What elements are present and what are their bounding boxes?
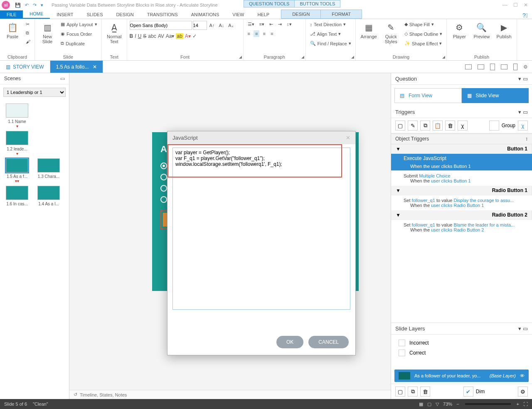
bullets-button[interactable]: ☰▾ xyxy=(246,21,256,28)
case-button[interactable]: Aa▾ xyxy=(166,33,175,39)
shape-effect-button[interactable]: ✨ Shape Effect ▾ xyxy=(403,40,444,47)
italic-button[interactable]: I xyxy=(135,33,136,39)
thumb-label[interactable]: 1.1 Name xyxy=(2,119,32,124)
font-check-button[interactable]: ✓ xyxy=(192,33,197,39)
align-right-button[interactable]: ≡ xyxy=(261,30,267,37)
clear-format-button[interactable]: Aₓ xyxy=(227,21,235,30)
publish-button[interactable]: ▶Publish xyxy=(494,21,514,40)
dialog-titlebar[interactable]: JavaScript ✕ xyxy=(167,131,355,144)
bottom-tray[interactable]: ↺ Timeline, States, Notes xyxy=(69,390,391,399)
undo-icon[interactable]: ↶ xyxy=(25,2,29,8)
cancel-button[interactable]: CANCEL xyxy=(308,336,349,348)
layer-checkbox[interactable] xyxy=(399,350,405,356)
tab-slides[interactable]: SLIDES xyxy=(80,10,109,19)
file-tab[interactable]: FILE xyxy=(0,10,23,19)
text-direction-button[interactable]: ↕ Text Direction ▾ xyxy=(308,21,347,28)
thumb-label[interactable]: 1.6 In cas... xyxy=(2,202,32,206)
normal-text-button[interactable]: A̲Normal Text xyxy=(104,21,124,45)
outdent-button[interactable]: ⇤ xyxy=(268,21,275,28)
edit-trigger-button[interactable]: ✎ xyxy=(408,121,418,131)
slide-view-button[interactable]: ▦ Slide View xyxy=(462,88,529,103)
trigger-group-rb2[interactable]: ▾ Radio Button 2 xyxy=(391,210,532,220)
ok-button[interactable]: OK xyxy=(276,336,303,348)
paste-trigger-button[interactable]: 📋 xyxy=(433,121,443,131)
scenes-panel-menu-icon[interactable]: ▭ xyxy=(60,76,65,81)
apply-layout-button[interactable]: ▦ Apply Layout ▾ xyxy=(59,21,99,28)
radio-icon[interactable] xyxy=(160,174,167,180)
copy-trigger-button[interactable]: ⧉ xyxy=(420,121,430,131)
vars-x-button[interactable]: χ xyxy=(518,121,528,131)
vars-button[interactable]: χ xyxy=(458,121,468,131)
trigger-rb1-detail[interactable]: Set follower_q1 to value Display the cou… xyxy=(391,195,532,210)
duplicate-button[interactable]: ⧉ Duplicate xyxy=(59,40,99,47)
tab-animations[interactable]: ANIMATIONS xyxy=(185,10,226,19)
layer-correct[interactable]: Correct xyxy=(394,348,529,358)
align-left-button[interactable]: ≡ xyxy=(246,30,252,37)
trigger-rb2-detail[interactable]: Set follower_q1 to value Blame the leade… xyxy=(391,220,532,235)
tablet-portrait-icon[interactable] xyxy=(490,64,495,70)
line-spacing-button[interactable]: ↕▾ xyxy=(285,21,293,28)
zoom-slider[interactable] xyxy=(465,403,511,405)
bold-button[interactable]: B xyxy=(130,33,133,39)
javascript-textarea[interactable] xyxy=(172,148,350,310)
radio-icon[interactable] xyxy=(160,196,167,203)
zoom-in-button[interactable]: + xyxy=(517,402,519,407)
quick-styles-button[interactable]: ✎Quick Styles xyxy=(381,21,401,45)
dialog-close-icon[interactable]: ✕ xyxy=(346,135,350,141)
copy-button[interactable]: ⧉ xyxy=(24,30,32,37)
delete-trigger-button[interactable]: 🗑 xyxy=(445,121,455,131)
desktop-icon[interactable] xyxy=(465,64,472,69)
trigger-group-button1[interactable]: ▾ Button 1 xyxy=(391,144,532,154)
layer-checkbox[interactable] xyxy=(399,340,405,346)
panel-menu-icon[interactable]: ▾ ▭ xyxy=(518,76,528,82)
numbering-button[interactable]: ≡▾ xyxy=(258,21,266,28)
align-center-button[interactable]: ≡ xyxy=(254,30,259,37)
radio-icon[interactable] xyxy=(160,185,167,192)
context-tab-design[interactable]: DESIGN xyxy=(281,10,321,19)
close-tab-icon[interactable]: ✕ xyxy=(93,64,97,70)
context-tab-format[interactable]: FORMAT xyxy=(320,10,362,19)
object-triggers-header[interactable]: Object Triggers↕ xyxy=(391,133,532,144)
tab-view[interactable]: VIEW xyxy=(226,10,251,19)
eye-icon[interactable]: 👁 xyxy=(520,373,525,378)
font-name-combo[interactable] xyxy=(130,21,192,30)
find-replace-button[interactable]: 🔍 Find / Replace ▾ xyxy=(308,40,353,47)
new-trigger-button[interactable]: ▢ xyxy=(395,121,405,131)
justify-button[interactable]: ≡ xyxy=(269,30,275,37)
save-icon[interactable]: 💾 xyxy=(15,2,21,8)
panel-menu-icon[interactable]: ▾ ▭ xyxy=(518,325,528,332)
help-icon[interactable]: ?⃝ xyxy=(522,12,528,19)
maximize-icon[interactable]: ☐ xyxy=(513,2,518,8)
tab-design[interactable]: DESIGN xyxy=(110,10,140,19)
phone-portrait-icon[interactable] xyxy=(513,64,517,70)
close-icon[interactable]: ✕ xyxy=(524,2,528,8)
layer-incorrect[interactable]: Incorrect xyxy=(394,338,529,348)
indent-button[interactable]: ⇥ xyxy=(276,21,283,28)
panel-menu-icon[interactable]: ▾ ▭ xyxy=(518,109,528,115)
char-spacing-button[interactable]: AV xyxy=(158,33,164,39)
scene-dropdown[interactable]: 1 Leadership or 1 xyxy=(3,88,66,97)
font-dialog-launcher[interactable]: ◢ xyxy=(239,55,242,59)
tab-help[interactable]: HELP xyxy=(251,10,276,19)
context-tab-question-tools[interactable]: QUESTION TOOLS xyxy=(244,0,295,7)
group-checkbox[interactable] xyxy=(489,121,499,131)
grid-view-icon[interactable]: ▦ xyxy=(419,402,423,407)
del-layer-button[interactable]: 🗑 xyxy=(420,387,430,397)
focus-order-button[interactable]: ◉ Focus Order xyxy=(59,30,99,37)
form-view-button[interactable]: ▤ Form View xyxy=(394,88,462,103)
shape-outline-button[interactable]: ◇ Shape Outline ▾ xyxy=(403,30,444,37)
shadow-button[interactable]: abc xyxy=(148,33,156,39)
trigger-exec-js[interactable]: Execute JavaScript When the user clicks … xyxy=(391,154,532,171)
zoom-out-button[interactable]: − xyxy=(456,402,459,407)
grow-font-button[interactable]: A↑ xyxy=(208,21,217,30)
trigger-submit-mc[interactable]: Submit Multiple Choice When the user cli… xyxy=(391,171,532,186)
radio-icon[interactable] xyxy=(160,163,167,169)
thumb-label[interactable]: 1.4 As a l... xyxy=(34,202,63,206)
trigger-group-rb1[interactable]: ▾ Radio Button 1 xyxy=(391,186,532,195)
tablet-landscape-icon[interactable] xyxy=(478,64,484,69)
tab-transitions[interactable]: TRANSITIONS xyxy=(140,10,185,19)
player-button[interactable]: ⚙Player xyxy=(449,21,469,40)
cut-button[interactable]: ✂ xyxy=(24,21,32,28)
drawing-dialog-launcher[interactable]: ◢ xyxy=(442,55,445,59)
thumb-label[interactable]: 1.5 As a f... xyxy=(2,174,32,179)
